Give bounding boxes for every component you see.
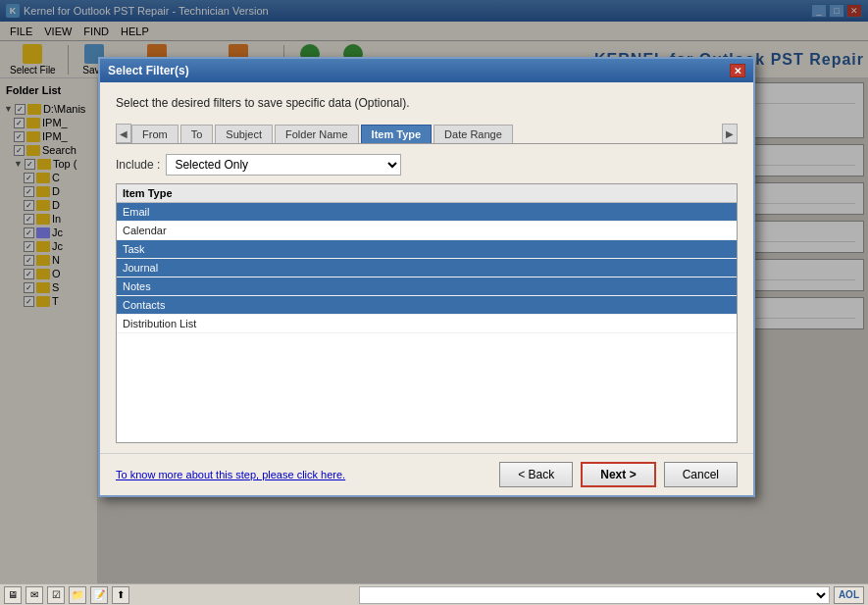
list-item-email[interactable]: Email — [117, 203, 737, 222]
back-btn[interactable]: < Back — [499, 462, 573, 487]
tab-date-range[interactable]: Date Range — [434, 125, 513, 143]
tab-to[interactable]: To — [180, 125, 214, 143]
status-icon-upload[interactable]: ⬆ — [112, 586, 129, 604]
footer-buttons: < Back Next > Cancel — [499, 462, 738, 487]
list-item-task[interactable]: Task — [117, 240, 737, 259]
modal-instruction: Select the desired filters to save speci… — [116, 96, 738, 110]
list-item-journal[interactable]: Journal — [117, 259, 737, 277]
list-header: Item Type — [117, 184, 737, 203]
cancel-btn[interactable]: Cancel — [664, 462, 738, 487]
modal-footer: To know more about this step, please cli… — [100, 453, 753, 495]
list-item-contacts[interactable]: Contacts — [117, 296, 737, 315]
modal-dialog: Select Filter(s) ✕ Select the desired fi… — [98, 57, 755, 497]
status-icon-monitor[interactable]: 🖥 — [4, 586, 22, 604]
status-icon-note[interactable]: 📝 — [90, 586, 108, 604]
modal-close-btn[interactable]: ✕ — [730, 64, 745, 77]
modal-overlay: Select Filter(s) ✕ Select the desired fi… — [0, 0, 868, 605]
tab-subject[interactable]: Subject — [215, 125, 273, 143]
tab-from[interactable]: From — [131, 125, 179, 143]
list-area: Item Type Email Calendar Task Journal No… — [116, 183, 738, 443]
include-label: Include : — [116, 158, 160, 172]
next-btn[interactable]: Next > — [581, 462, 655, 487]
modal-title-bar: Select Filter(s) ✕ — [100, 59, 753, 82]
list-header-item-type: Item Type — [123, 187, 731, 199]
status-icon-check[interactable]: ☑ — [47, 586, 65, 604]
status-bar: 🖥 ✉ ☑ 📁 📝 ⬆ AOL — [0, 583, 868, 605]
modal-title: Select Filter(s) — [108, 64, 730, 77]
modal-body: Select the desired filters to save speci… — [100, 82, 753, 453]
tab-item-type[interactable]: Item Type — [361, 125, 433, 143]
status-icon-email[interactable]: ✉ — [26, 586, 43, 604]
status-icon-aol[interactable]: AOL — [834, 586, 864, 604]
include-select[interactable]: Selected Only All Exclude Selected — [166, 154, 401, 176]
list-item-notes[interactable]: Notes — [117, 277, 737, 296]
list-item-calendar[interactable]: Calendar — [117, 222, 737, 240]
tab-next-btn[interactable]: ▶ — [722, 124, 738, 143]
tab-strip: ◀ From To Subject Folder Name Item Type … — [116, 124, 738, 144]
include-row: Include : Selected Only All Exclude Sele… — [116, 154, 738, 176]
tab-folder-name[interactable]: Folder Name — [275, 125, 359, 143]
tab-prev-btn[interactable]: ◀ — [116, 124, 131, 143]
status-dropdown[interactable] — [359, 586, 830, 604]
list-item-distribution[interactable]: Distribution List — [117, 315, 737, 333]
status-icon-folder[interactable]: 📁 — [69, 586, 86, 604]
footer-help-link[interactable]: To know more about this step, please cli… — [116, 469, 345, 480]
